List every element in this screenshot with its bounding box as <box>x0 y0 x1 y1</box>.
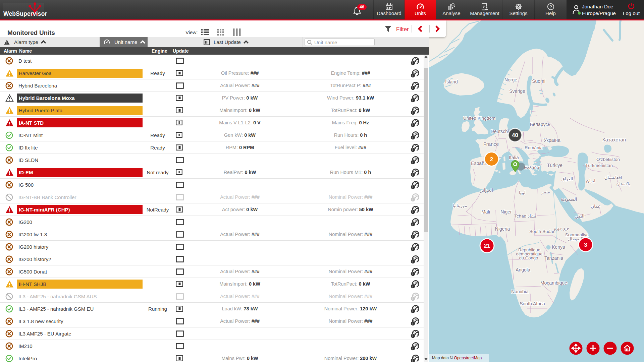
svg-text:پاکستان: پاکستان <box>616 182 630 186</box>
svg-text:South Sudan: South Sudan <box>529 229 555 234</box>
svg-text:3: 3 <box>584 242 587 248</box>
svg-text:Nigeria: Nigeria <box>495 226 510 232</box>
svg-text:du Congo: du Congo <box>519 255 538 260</box>
svg-text:ليبيا: ليبيا <box>519 190 526 195</box>
svg-text:Italia: Italia <box>509 155 519 160</box>
svg-text:Norge: Norge <box>504 77 517 82</box>
svg-text:United Kingdom: United Kingdom <box>463 116 495 121</box>
svg-text:France: France <box>483 141 499 147</box>
svg-text:21: 21 <box>484 243 490 249</box>
svg-text:Deutschl: Deutschl <box>491 129 509 134</box>
svg-text:ኢትዮጵያ: ኢትዮጵያ <box>554 227 569 232</box>
svg-text:Niger: Niger <box>500 209 512 215</box>
svg-text:موريتانيا: موريتانيا <box>453 203 467 208</box>
svg-text:South Africa: South Africa <box>520 301 545 306</box>
svg-text:ايران: ايران <box>586 178 595 184</box>
svg-text:Україна: Україна <box>544 137 560 143</box>
svg-text:مصر: مصر <box>541 189 550 195</box>
svg-text:România: România <box>525 145 543 150</box>
svg-text:الجزائر: الجزائر <box>480 188 493 193</box>
svg-text:40: 40 <box>512 132 518 138</box>
svg-text:Map data © OpenstreetMap: Map data © OpenstreetMap <box>432 356 482 360</box>
svg-text:Ísland: Ísland <box>445 79 458 84</box>
svg-text:Angola: Angola <box>516 267 530 273</box>
svg-text:العراق: العراق <box>561 176 573 182</box>
svg-text:Sverige: Sverige <box>509 88 525 94</box>
svg-text:Tchad تشاد: Tchad تشاد <box>514 214 536 219</box>
svg-text:Kenya: Kenya <box>552 244 565 250</box>
svg-text:Казахстан: Казахстан <box>602 137 626 142</box>
svg-text:?: ? <box>549 4 552 9</box>
svg-text:O'zbekiston: O'zbekiston <box>596 157 620 162</box>
svg-text:Türkmenistan: Türkmenistan <box>585 163 613 168</box>
svg-text:عمان: عمان <box>591 204 601 209</box>
svg-text:Беларусь: Беларусь <box>530 122 550 127</box>
svg-text:Tanzania: Tanzania <box>544 255 563 261</box>
svg-text:افغانستان: افغانستان <box>604 175 622 180</box>
svg-text:اليمن: اليمن <box>575 214 585 219</box>
svg-text:Ελλάδα: Ελλάδα <box>524 165 539 170</box>
svg-text:Namibia: Namibia <box>511 289 529 294</box>
svg-text:السعودية: السعودية <box>561 197 577 202</box>
svg-text:Suomi: Suomi <box>532 78 545 84</box>
svg-text:Türkiye: Türkiye <box>547 163 562 168</box>
svg-text:Moçambique: Moçambique <box>540 280 567 286</box>
svg-text:Mali: Mali <box>481 209 490 215</box>
svg-text:2: 2 <box>490 156 493 163</box>
